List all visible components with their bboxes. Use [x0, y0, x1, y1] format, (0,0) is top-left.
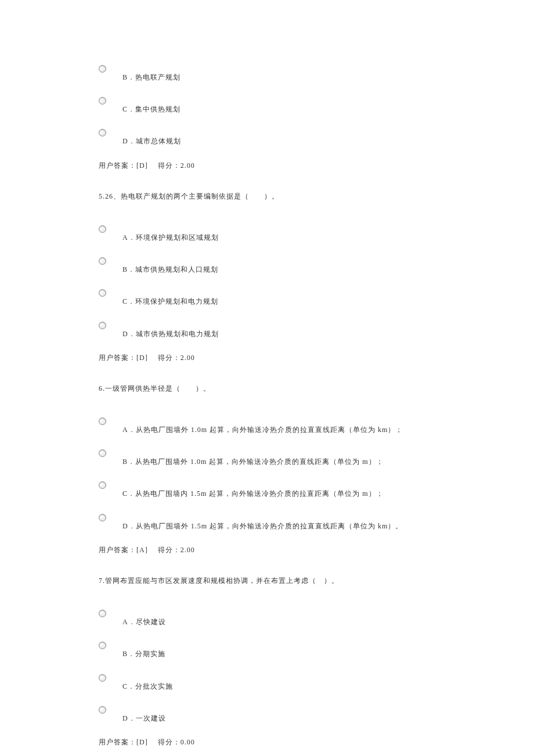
option-row: D．城市供热规划和电力规划 [99, 321, 435, 340]
radio-icon[interactable] [99, 481, 106, 489]
radio-icon[interactable] [99, 449, 106, 457]
radio-icon[interactable] [99, 674, 106, 682]
option-row: C．集中供热规划 [99, 96, 435, 115]
option-label: A．尽快建设 [122, 617, 166, 628]
answer-text: 用户答案：[D] 得分：2.00 [99, 160, 435, 171]
radio-icon[interactable] [99, 65, 106, 73]
radio-icon[interactable] [99, 610, 106, 617]
option-row: A．从热电厂围墙外 1.0m 起算，向外输送冷热介质的拉直直线距离（单位为 km… [99, 416, 435, 435]
question-text: 5.26、热电联产规划的两个主要编制依据是（ ）。 [99, 191, 435, 202]
question-text: 6.一级管网供热半径是（ ）。 [99, 383, 435, 394]
radio-icon[interactable] [99, 257, 106, 265]
answer-text: 用户答案：[A] 得分：2.00 [99, 545, 435, 556]
answer-text: 用户答案：[D] 得分：2.00 [99, 352, 435, 363]
option-label: C．从热电厂围墙内 1.5m 起算，向外输送冷热介质的拉直距离（单位为 m）； [122, 488, 384, 499]
radio-icon[interactable] [99, 417, 106, 425]
answer-text: 用户答案：[D] 得分：0.00 [99, 737, 435, 748]
option-row: D．一次建设 [99, 705, 435, 724]
option-row: B．城市供热规划和人口规划 [99, 256, 435, 275]
option-label: B．热电联产规划 [122, 72, 181, 83]
option-label: C．环境保护规划和电力规划 [122, 296, 218, 307]
option-row: C．环境保护规划和电力规划 [99, 288, 435, 307]
radio-icon[interactable] [99, 514, 106, 521]
option-label: D．从热电厂围墙外 1.5m 起算，向外输送冷热介质的拉直直线距离（单位为 km… [122, 521, 403, 532]
radio-icon[interactable] [99, 289, 106, 297]
option-row: A．环境保护规划和区域规划 [99, 224, 435, 243]
option-label: A．环境保护规划和区域规划 [122, 232, 219, 243]
radio-icon[interactable] [99, 322, 106, 329]
option-row: B．分期实施 [99, 640, 435, 660]
radio-icon[interactable] [99, 97, 106, 105]
option-label: C．集中供热规划 [122, 104, 181, 115]
radio-icon[interactable] [99, 225, 106, 233]
option-label: D．一次建设 [122, 713, 166, 724]
option-label: B．从热电厂围墙外 1.0m 起算，向外输送冷热介质的直线距离（单位为 m）； [122, 456, 384, 467]
radio-icon[interactable] [99, 129, 106, 136]
option-label: D．城市总体规划 [122, 136, 181, 147]
radio-icon[interactable] [99, 642, 106, 649]
option-label: C．分批次实施 [122, 681, 173, 692]
radio-icon[interactable] [99, 706, 106, 714]
option-row: B．热电联产规划 [99, 64, 435, 83]
option-row: A．尽快建设 [99, 609, 435, 628]
option-row: B．从热电厂围墙外 1.0m 起算，向外输送冷热介质的直线距离（单位为 m）； [99, 448, 435, 467]
option-row: D．从热电厂围墙外 1.5m 起算，向外输送冷热介质的拉直直线距离（单位为 km… [99, 513, 435, 532]
option-row: C．分批次实施 [99, 673, 435, 692]
option-row: C．从热电厂围墙内 1.5m 起算，向外输送冷热介质的拉直距离（单位为 m）； [99, 480, 435, 499]
option-row: D．城市总体规划 [99, 128, 435, 147]
option-label: D．城市供热规划和电力规划 [122, 329, 219, 340]
option-label: B．分期实施 [122, 649, 165, 660]
option-label: B．城市供热规划和人口规划 [122, 264, 218, 275]
question-text: 7.管网布置应能与市区发展速度和规模相协调，并在布置上考虑（ ）。 [99, 575, 435, 586]
option-label: A．从热电厂围墙外 1.0m 起算，向外输送冷热介质的拉直直线距离（单位为 km… [122, 424, 403, 435]
